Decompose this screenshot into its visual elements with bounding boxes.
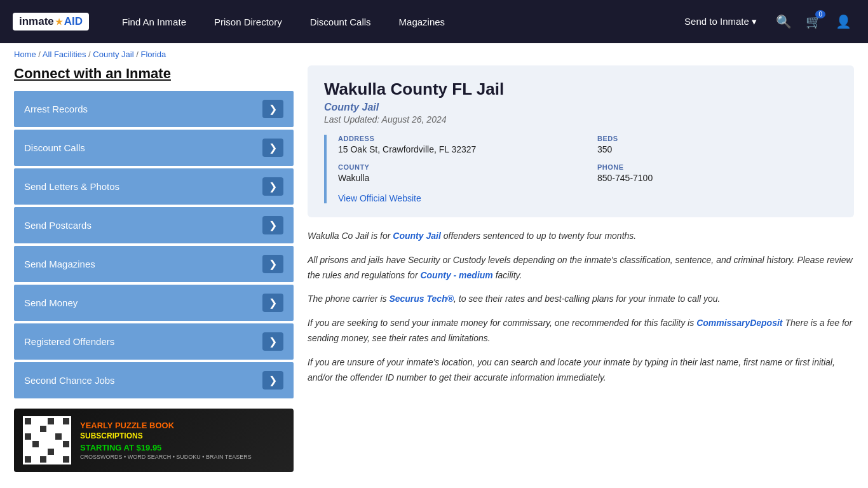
sidebar-label-send-letters: Send Letters & Photos [24,181,119,192]
county-label: COUNTY [338,163,578,171]
desc-p1: Wakulla Co Jail is for County Jail offen… [308,229,854,244]
ad-title: YEARLY PUZZLE BOOK [80,421,252,431]
arrow-icon-7: ❯ [262,371,283,390]
logo[interactable]: inmate ★ AID [13,13,89,30]
navbar: inmate ★ AID Find An Inmate Prison Direc… [0,0,868,43]
beds-value: 350 [597,144,612,154]
sidebar-item-second-chance-jobs[interactable]: Second Chance Jobs ❯ [14,362,294,398]
nav-prison-directory[interactable]: Prison Directory [200,0,296,43]
user-button[interactable]: 👤 [832,10,855,33]
facility-card: Wakulla County FL Jail County Jail Last … [308,65,854,217]
content-area: Wakulla County FL Jail County Jail Last … [308,65,854,472]
county-jail-link[interactable]: County Jail [393,231,440,241]
commissary-link[interactable]: CommissaryDeposit [696,318,782,328]
breadcrumb: Home / All Facilities / County Jail / Fl… [0,43,868,65]
securus-link[interactable]: Securus Tech® [389,294,454,304]
sidebar-item-discount-calls[interactable]: Discount Calls ❯ [14,130,294,166]
view-website-block: View Official Website [338,193,837,203]
logo-aid-text: AID [64,15,83,28]
phone-value: 850-745-7100 [597,173,653,183]
arrow-icon-4: ❯ [262,255,283,273]
ad-price: STARTING AT $19.95 [80,443,252,452]
cart-badge: 0 [815,10,825,18]
facility-info-grid: ADDRESS 15 Oak St, Crawfordville, FL 323… [324,135,837,203]
nav-discount-calls[interactable]: Discount Calls [296,0,385,43]
description: Wakulla Co Jail is for County Jail offen… [308,229,854,385]
desc-p4: If you are seeking to send your inmate m… [308,316,854,346]
desc-p3: The phone carrier is Securus Tech®, to s… [308,292,854,307]
sidebar-item-send-postcards[interactable]: Send Postcards ❯ [14,207,294,243]
nav-magazines[interactable]: Magazines [385,0,459,43]
facility-type: County Jail [324,102,837,113]
nav-find-inmate[interactable]: Find An Inmate [108,0,200,43]
sidebar-menu: Arrest Records ❯ Discount Calls ❯ Send L… [14,91,294,398]
connect-title: Connect with an Inmate [14,65,294,82]
sidebar-item-send-letters[interactable]: Send Letters & Photos ❯ [14,168,294,205]
desc-p1-pre: Wakulla Co Jail is for [308,231,393,241]
ad-crossword-image [23,416,71,464]
desc-p2-post: facility. [493,270,522,280]
phone-block: PHONE 850-745-7100 [597,163,837,183]
nav-right: Send to Inmate ▾ 🔍 🛒 0 👤 [675,0,855,43]
sidebar-label-discount-calls: Discount Calls [24,142,85,153]
desc-p3-post: , to see their rates and best-calling pl… [454,294,720,304]
breadcrumb-county-jail[interactable]: County Jail [93,50,133,59]
address-block: ADDRESS 15 Oak St, Crawfordville, FL 323… [338,135,578,154]
ad-text: YEARLY PUZZLE BOOK SUBSCRIPTIONS STARTIN… [80,421,252,459]
logo-star-icon: ★ [55,17,63,27]
county-medium-link[interactable]: County - medium [420,270,492,280]
breadcrumb-home[interactable]: Home [14,50,36,59]
arrow-icon-2: ❯ [262,177,283,196]
facility-name: Wakulla County FL Jail [324,79,837,99]
sidebar-label-send-magazines: Send Magazines [24,259,95,269]
view-website-link[interactable]: View Official Website [338,193,421,203]
county-value: Wakulla [338,173,369,183]
nav-links: Find An Inmate Prison Directory Discount… [108,0,459,43]
send-to-inmate-button[interactable]: Send to Inmate ▾ [675,0,766,43]
arrow-icon-5: ❯ [262,294,283,312]
search-button[interactable]: 🔍 [772,10,796,33]
sidebar-item-send-magazines[interactable]: Send Magazines ❯ [14,246,294,282]
desc-p2: All prisons and jails have Security or C… [308,253,854,283]
logo-inmate-text: inmate [19,15,54,28]
ad-desc: CROSSWORDS • WORD SEARCH • SUDOKU • BRAI… [80,454,252,460]
address-value: 15 Oak St, Crawfordville, FL 32327 [338,144,476,154]
address-label: ADDRESS [338,135,578,142]
ad-title2: SUBSCRIPTIONS [80,431,252,442]
phone-label: PHONE [597,163,837,171]
sidebar: Connect with an Inmate Arrest Records ❯ … [14,65,294,472]
main-layout: Connect with an Inmate Arrest Records ❯ … [0,65,868,488]
sidebar-item-registered-offenders[interactable]: Registered Offenders ❯ [14,323,294,360]
arrow-icon-3: ❯ [262,216,283,234]
breadcrumb-florida[interactable]: Florida [140,50,166,59]
arrow-icon-6: ❯ [262,332,283,351]
sidebar-item-send-money[interactable]: Send Money ❯ [14,285,294,321]
breadcrumb-all-facilities[interactable]: All Facilities [43,50,86,59]
arrow-icon-1: ❯ [262,139,283,157]
desc-p1-post: offenders sentenced to up to twenty four… [441,231,636,241]
sidebar-label-arrest-records: Arrest Records [24,104,88,114]
county-block: COUNTY Wakulla [338,163,578,183]
sidebar-label-second-chance-jobs: Second Chance Jobs [24,375,115,386]
desc-p5: If you are unsure of your inmate's locat… [308,355,854,386]
sidebar-label-send-money: Send Money [24,297,78,308]
facility-updated: Last Updated: August 26, 2024 [324,114,837,125]
sidebar-item-arrest-records[interactable]: Arrest Records ❯ [14,91,294,127]
beds-label: BEDS [597,135,837,142]
arrow-icon-0: ❯ [262,100,283,118]
ad-banner[interactable]: YEARLY PUZZLE BOOK SUBSCRIPTIONS STARTIN… [14,409,294,472]
desc-p4-pre: If you are seeking to send your inmate m… [308,318,696,328]
cart-button[interactable]: 🛒 0 [802,10,825,33]
beds-block: BEDS 350 [597,135,837,154]
desc-p2-pre: All prisons and jails have Security or C… [308,255,853,280]
sidebar-label-registered-offenders: Registered Offenders [24,336,114,347]
sidebar-label-send-postcards: Send Postcards [24,220,92,231]
desc-p3-pre: The phone carrier is [308,294,389,304]
